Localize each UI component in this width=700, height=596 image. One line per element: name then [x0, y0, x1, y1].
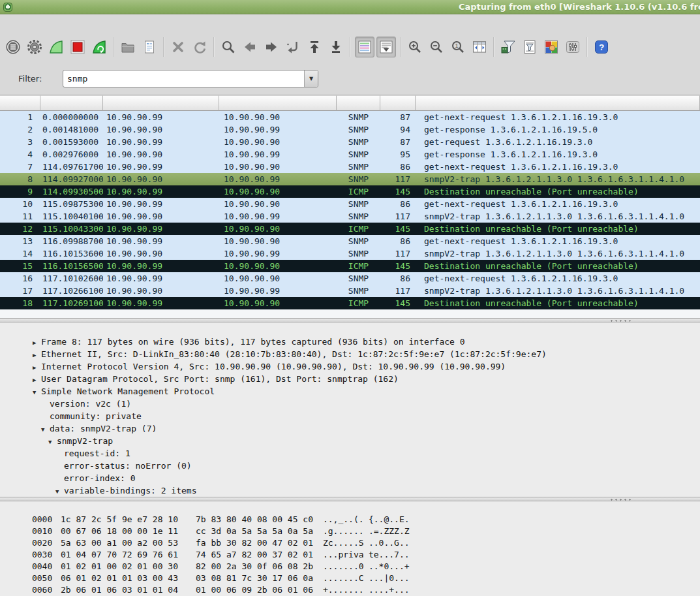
- autoscroll-toggle-icon[interactable]: [376, 37, 396, 57]
- hex-offset: 0020: [32, 537, 61, 549]
- find-packet-icon[interactable]: [219, 37, 238, 57]
- packet-row[interactable]: 4 0.002976000 10.90.90.90 10.90.90.99 SN…: [0, 148, 700, 161]
- save-file-icon[interactable]: [140, 37, 159, 57]
- expression-button[interactable]: [321, 74, 380, 83]
- column-header-no[interactable]: [0, 95, 40, 111]
- cell-info: snmpV2-trap 1.3.6.1.2.1.1.3.0 1.3.6.1.6.…: [416, 210, 700, 223]
- cell-source: 10.90.90.99: [103, 223, 219, 235]
- expander-icon: ▶: [33, 349, 41, 362]
- zoom-100-icon[interactable]: 1: [448, 37, 468, 57]
- go-top-icon[interactable]: [305, 37, 324, 57]
- hex-ascii-1: Zc.....S: [323, 537, 369, 549]
- capture-options-icon[interactable]: [25, 37, 44, 57]
- cell-destination: 10.90.90.99: [219, 285, 337, 297]
- hex-bytes-2: 03 08 81 7c 30 17 06 0a: [196, 572, 323, 584]
- packet-row[interactable]: 8 114.099270000 10.90.90.90 10.90.90.99 …: [0, 173, 700, 185]
- packet-row[interactable]: 18 117.102691000 10.90.90.99 10.90.90.90…: [0, 297, 700, 309]
- cell-info: get-next-request 1.3.6.1.2.1.16.19.3.0: [416, 235, 700, 247]
- close-file-icon[interactable]: [168, 37, 188, 57]
- cell-protocol: ICMP: [337, 185, 380, 198]
- packet-row[interactable]: 7 114.097617000 10.90.90.99 10.90.90.90 …: [0, 161, 700, 173]
- cell-source: 10.90.90.99: [103, 272, 219, 285]
- interfaces-list-icon[interactable]: [3, 37, 23, 57]
- zoom-in-icon[interactable]: [405, 37, 425, 57]
- cell-protocol: SNMP: [337, 148, 380, 161]
- cell-no: 13: [0, 235, 40, 247]
- packet-row[interactable]: 14 116.101536000 10.90.90.90 10.90.90.99…: [0, 247, 700, 260]
- cell-time: 114.099270000: [40, 173, 103, 185]
- packet-row[interactable]: 1 0.000000000 10.90.90.99 10.90.90.90 SN…: [0, 111, 700, 123]
- column-header-length[interactable]: [380, 95, 416, 111]
- cell-length: 86: [380, 272, 416, 285]
- expander-icon: ▼: [48, 436, 57, 448]
- capture-filter-icon[interactable]: [498, 37, 518, 57]
- cell-time: 117.102691000: [40, 297, 103, 309]
- hex-bytes-1: 5a 63 00 a1 00 a2 00 53: [61, 537, 196, 549]
- cell-destination: 10.90.90.99: [219, 210, 337, 223]
- save-filter-button[interactable]: [497, 74, 556, 83]
- resize-columns-icon[interactable]: [470, 37, 489, 57]
- packet-row[interactable]: 15 116.101565000 10.90.90.99 10.90.90.90…: [0, 260, 700, 272]
- cell-time: 116.101536000: [40, 247, 103, 260]
- hex-ascii-1: ...priva: [323, 549, 369, 561]
- pane-splitter[interactable]: [0, 318, 700, 322]
- packet-row[interactable]: 17 117.102661000 10.90.90.90 10.90.90.99…: [0, 285, 700, 297]
- cell-protocol: SNMP: [337, 161, 380, 173]
- packet-row[interactable]: 9 114.099305000 10.90.90.99 10.90.90.90 …: [0, 185, 700, 198]
- forward-icon[interactable]: [262, 37, 281, 57]
- hex-bytes-1: 01 04 07 70 72 69 76 61: [61, 549, 196, 561]
- toolbar-button: [586, 37, 588, 57]
- help-icon[interactable]: ?: [592, 37, 611, 57]
- preferences-icon[interactable]: [563, 37, 583, 57]
- column-header-protocol[interactable]: [337, 95, 380, 111]
- cell-info: snmpV2-trap 1.3.6.1.2.1.1.3.0 1.3.6.1.6.…: [416, 173, 700, 185]
- column-header-destination[interactable]: [219, 95, 337, 111]
- cell-no: 1: [0, 111, 40, 123]
- packet-row[interactable]: 10 115.098753000 10.90.90.99 10.90.90.90…: [0, 198, 700, 210]
- cell-destination: 10.90.90.90: [219, 111, 337, 123]
- goto-packet-icon[interactable]: [283, 37, 303, 57]
- filter-input[interactable]: [63, 70, 318, 87]
- packet-row[interactable]: 12 115.100433000 10.90.90.99 10.90.90.90…: [0, 223, 700, 235]
- pane-splitter[interactable]: [0, 497, 700, 501]
- packet-row[interactable]: 13 116.099887000 10.90.90.99 10.90.90.90…: [0, 235, 700, 247]
- window-title: Capturing from eth0 [Wireshark 1.10.6 (v…: [459, 2, 700, 12]
- cell-protocol: SNMP: [337, 123, 380, 136]
- column-header-time[interactable]: [40, 95, 103, 111]
- cell-destination: 10.90.90.90: [219, 272, 337, 285]
- zoom-out-icon[interactable]: [427, 37, 446, 57]
- packet-row[interactable]: 2 0.001481000 10.90.90.90 10.90.90.99 SN…: [0, 123, 700, 136]
- packet-row[interactable]: 3 0.001593000 10.90.90.99 10.90.90.90 SN…: [0, 136, 700, 148]
- back-icon[interactable]: [240, 37, 260, 57]
- packet-row[interactable]: 16 117.101026000 10.90.90.99 10.90.90.90…: [0, 272, 700, 285]
- open-file-icon[interactable]: [118, 37, 138, 57]
- column-header-source[interactable]: [103, 95, 219, 111]
- cell-time: 114.099305000: [40, 185, 103, 198]
- colorize-toggle-icon[interactable]: [355, 37, 374, 57]
- hex-bytes-1: 01 02 01 00 02 01 00 30: [61, 561, 196, 572]
- clear-button[interactable]: [380, 74, 438, 83]
- cell-protocol: SNMP: [337, 210, 380, 223]
- reload-icon[interactable]: [190, 37, 209, 57]
- toolbar-button: [163, 37, 164, 57]
- capture-start-icon[interactable]: [46, 37, 66, 57]
- toolbar-button: [493, 37, 495, 57]
- hex-bytes-2: cc 3d 0a 5a 5a 5a 0a 5a: [196, 525, 323, 537]
- cell-source: 10.90.90.99: [103, 136, 219, 148]
- display-filter-icon[interactable]: [520, 37, 540, 57]
- packet-row[interactable]: 11 115.100401000 10.90.90.90 10.90.90.99…: [0, 210, 700, 223]
- go-bottom-icon[interactable]: [326, 37, 346, 57]
- coloring-rules-icon[interactable]: [541, 37, 561, 57]
- filter-dropdown-button[interactable]: ▼: [304, 71, 318, 87]
- apply-button[interactable]: [438, 74, 497, 83]
- capture-restart-icon[interactable]: [89, 37, 109, 57]
- column-header-info[interactable]: [416, 95, 700, 111]
- capture-stop-icon[interactable]: [68, 37, 87, 57]
- expander-icon: ▼: [55, 486, 64, 497]
- toolbar: 1?: [0, 31, 700, 62]
- cell-time: 117.101026000: [40, 272, 103, 285]
- detail-line[interactable]: ▶Frame 8: 117 bytes on wire (936 bits), …: [0, 323, 700, 336]
- hex-row[interactable]: 00001c 87 2c 5f 9e e7 28 107b 83 80 40 0…: [1, 502, 700, 514]
- hex-offset: 0040: [32, 561, 61, 572]
- cell-info: get-next-request 1.3.6.1.2.1.16.19.3.0: [416, 198, 700, 210]
